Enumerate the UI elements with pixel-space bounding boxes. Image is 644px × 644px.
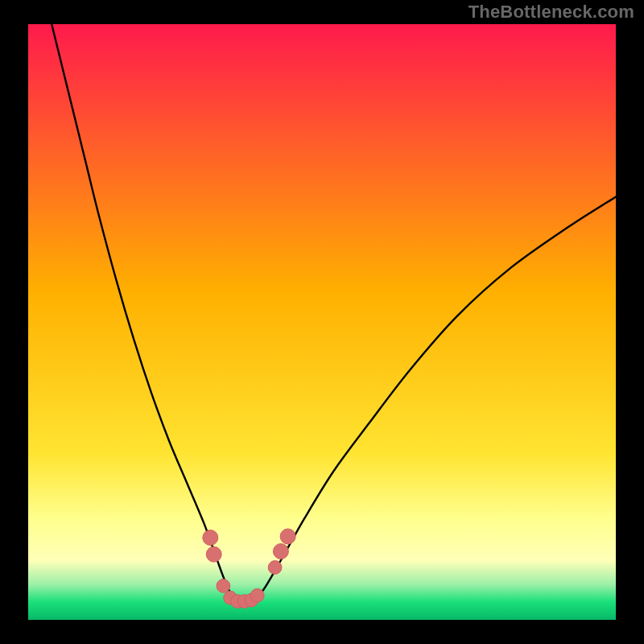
plot-background	[28, 24, 616, 620]
highlight-dot	[203, 530, 218, 545]
highlight-dot	[206, 547, 221, 562]
highlight-dot	[217, 579, 230, 592]
watermark-text: TheBottleneck.com	[469, 2, 634, 23]
highlight-dot	[268, 560, 282, 574]
frame-right	[616, 0, 644, 644]
highlight-dot	[250, 588, 264, 602]
chart-stage: { "watermark": { "text": "TheBottleneck.…	[0, 0, 644, 644]
frame-left	[0, 0, 28, 644]
highlight-dot	[273, 543, 288, 559]
highlight-dot	[280, 529, 295, 544]
frame-bottom	[0, 620, 644, 644]
bottleneck-chart	[0, 0, 644, 644]
